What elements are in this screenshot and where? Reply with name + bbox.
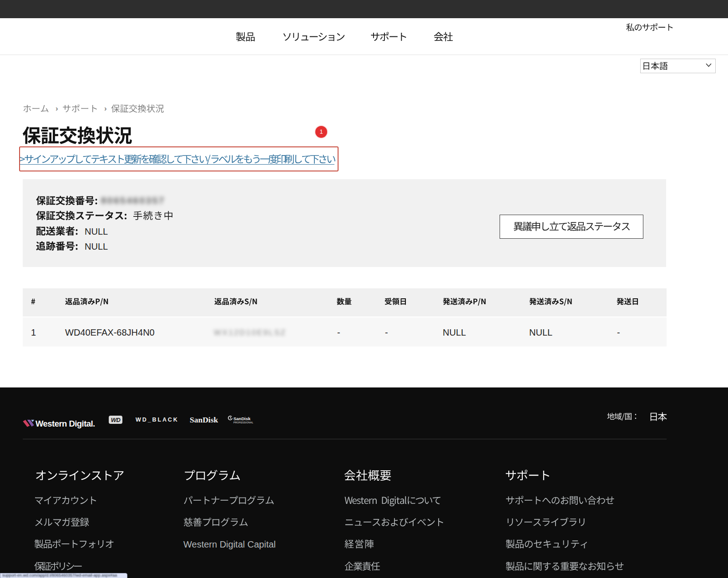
svg-text:-: - bbox=[617, 327, 620, 337]
svg-text:WD_BLACK: WD_BLACK bbox=[136, 417, 179, 423]
svg-text:›: › bbox=[104, 104, 107, 113]
svg-text:NULL: NULL bbox=[85, 241, 108, 251]
svg-text:SanDisk: SanDisk bbox=[190, 415, 218, 424]
svg-text:WD40EFAX-68JH4N0: WD40EFAX-68JH4N0 bbox=[65, 327, 155, 337]
svg-text:›: › bbox=[56, 104, 58, 113]
svg-text:-: - bbox=[337, 327, 340, 337]
svg-text:1: 1 bbox=[31, 327, 36, 337]
svg-text:Western Digital Capital: Western Digital Capital bbox=[183, 539, 276, 549]
svg-text:1: 1 bbox=[319, 128, 323, 135]
svg-text:PROFESSIONAL: PROFESSIONAL bbox=[233, 421, 253, 424]
svg-text:-: - bbox=[385, 327, 388, 337]
svg-text:Western Digital.: Western Digital. bbox=[35, 419, 95, 428]
svg-text:NULL: NULL bbox=[443, 327, 466, 337]
svg-text:NULL: NULL bbox=[529, 327, 552, 337]
svg-text:SanDisk: SanDisk bbox=[233, 416, 251, 421]
svg-text:NULL: NULL bbox=[85, 226, 108, 236]
svg-text:WD: WD bbox=[111, 417, 121, 423]
